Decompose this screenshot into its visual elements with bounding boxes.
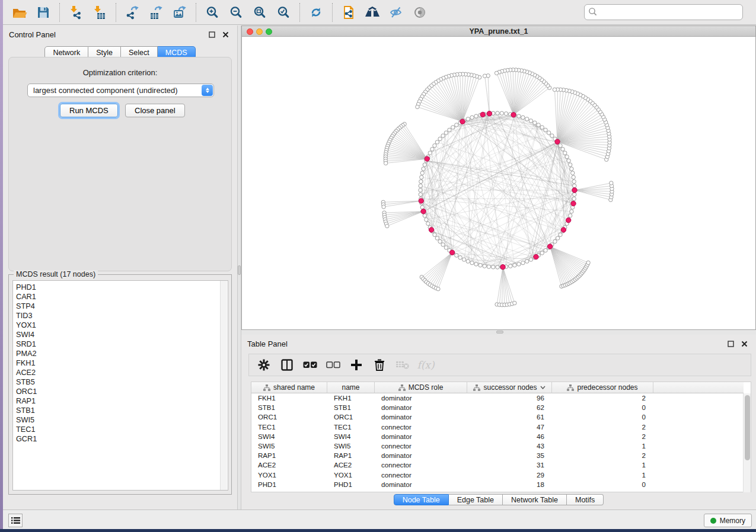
list-item[interactable]: SWI5 bbox=[16, 415, 228, 425]
mcds-result-list[interactable]: PHD1CAR1STP4TID3YOX1SWI4SRD1PMA2FKH1ACE2… bbox=[12, 280, 228, 491]
memory-button[interactable]: Memory bbox=[704, 514, 752, 527]
tab-edge-table[interactable]: Edge Table bbox=[449, 494, 503, 505]
tab-node-table[interactable]: Node Table bbox=[394, 494, 449, 505]
list-item[interactable]: STP4 bbox=[16, 302, 228, 311]
status-bar: Memory bbox=[3, 509, 756, 529]
list-item[interactable]: STB1 bbox=[16, 406, 228, 415]
zoom-in-icon[interactable] bbox=[200, 2, 224, 23]
list-item[interactable]: GCR1 bbox=[16, 434, 228, 444]
table-cell: ACE2 bbox=[251, 460, 327, 470]
table-row[interactable]: STB1STB1dominator620 bbox=[251, 403, 744, 412]
column-header-filler bbox=[653, 382, 744, 393]
table-row[interactable]: ORC1ORC1dominator610 bbox=[251, 412, 744, 422]
table-cell: ORC1 bbox=[327, 412, 375, 422]
float-panel-icon[interactable] bbox=[726, 340, 735, 348]
export-table-icon[interactable] bbox=[144, 2, 168, 23]
close-panel-icon[interactable] bbox=[221, 31, 230, 39]
list-item[interactable]: PMA2 bbox=[16, 349, 228, 358]
task-history-button[interactable] bbox=[8, 514, 23, 527]
export-network-icon[interactable] bbox=[120, 2, 144, 23]
show-columns-icon[interactable] bbox=[278, 356, 296, 374]
horizontal-splitter[interactable] bbox=[241, 330, 756, 335]
network-titlebar[interactable]: YPA_prune.txt_1 bbox=[242, 26, 755, 37]
float-panel-icon[interactable] bbox=[207, 31, 216, 39]
table-row[interactable]: SWI5SWI5connector431 bbox=[251, 441, 744, 451]
list-item[interactable]: PHD1 bbox=[16, 283, 228, 292]
first-neighbors-icon[interactable] bbox=[361, 2, 384, 23]
import-network-icon[interactable] bbox=[64, 2, 88, 23]
add-row-icon[interactable] bbox=[347, 356, 365, 374]
table-row[interactable]: SWI4SWI4dominator462 bbox=[251, 432, 744, 441]
tab-network-table[interactable]: Network Table bbox=[503, 494, 567, 505]
list-item[interactable]: SWI4 bbox=[16, 330, 228, 339]
table-scrollbar[interactable] bbox=[743, 393, 751, 492]
deselect-all-icon[interactable] bbox=[324, 356, 342, 374]
table-row[interactable]: TEC1TEC1connector472 bbox=[251, 422, 744, 432]
list-item[interactable]: ORC1 bbox=[16, 387, 228, 396]
save-session-icon[interactable] bbox=[31, 2, 55, 23]
delete-table-icon[interactable] bbox=[394, 356, 412, 374]
table-row[interactable]: FKH1FKH1dominator962 bbox=[251, 393, 744, 403]
search-icon bbox=[588, 7, 598, 19]
mcds-list-scrollbar[interactable] bbox=[220, 281, 227, 490]
network-title: YPA_prune.txt_1 bbox=[469, 27, 528, 36]
refresh-layout-icon[interactable] bbox=[304, 2, 328, 23]
memory-label: Memory bbox=[720, 517, 745, 525]
window-minimize-icon[interactable] bbox=[256, 28, 263, 35]
table-cell: 1 bbox=[552, 441, 653, 451]
table-cell: TEC1 bbox=[251, 422, 327, 432]
list-item[interactable]: YOX1 bbox=[16, 321, 228, 330]
window-maximize-icon[interactable] bbox=[266, 28, 272, 35]
network-graph[interactable] bbox=[242, 37, 755, 329]
show-graphics-icon[interactable] bbox=[408, 2, 432, 23]
open-session-icon[interactable] bbox=[8, 2, 31, 23]
list-item[interactable]: CAR1 bbox=[16, 292, 228, 302]
zoom-out-icon[interactable] bbox=[224, 2, 248, 23]
criterion-dropdown[interactable]: largest connected component (undirected) bbox=[27, 84, 214, 97]
zoom-selected-icon[interactable] bbox=[272, 2, 295, 23]
column-header-predecessor-nodes[interactable]: predecessor nodes bbox=[552, 382, 653, 393]
table-row[interactable]: YOX1YOX1connector291 bbox=[251, 470, 744, 480]
table-row[interactable]: PHD1PHD1dominator180 bbox=[251, 480, 744, 489]
cytoscape-window: Control Panel NetworkStyleSelectMCDS Opt… bbox=[3, 0, 756, 529]
column-type-icon bbox=[473, 384, 480, 391]
select-all-icon[interactable] bbox=[301, 356, 319, 374]
close-panel-button[interactable]: Close panel bbox=[125, 104, 185, 117]
splitter-grip[interactable] bbox=[238, 265, 241, 275]
import-table-icon[interactable] bbox=[88, 2, 111, 23]
window-close-icon[interactable] bbox=[247, 28, 253, 35]
list-item[interactable]: STB5 bbox=[16, 377, 228, 387]
settings-icon[interactable] bbox=[255, 356, 273, 374]
list-item[interactable]: TID3 bbox=[16, 311, 228, 321]
function-builder-icon[interactable]: f(x) bbox=[417, 356, 435, 374]
column-header-successor-nodes[interactable]: successor nodes bbox=[467, 382, 552, 393]
control-panel: Control Panel NetworkStyleSelectMCDS Opt… bbox=[3, 25, 237, 509]
run-mcds-button[interactable]: Run MCDS bbox=[60, 104, 118, 117]
list-item[interactable]: TEC1 bbox=[16, 425, 228, 434]
hide-graphics-icon[interactable] bbox=[384, 2, 408, 23]
table-row[interactable]: RAP1RAP1dominator352 bbox=[251, 451, 744, 460]
export-image-icon[interactable] bbox=[168, 2, 192, 23]
table-cell: SWI5 bbox=[251, 441, 327, 451]
column-header-name[interactable]: name bbox=[327, 382, 375, 393]
column-header-mcds-role[interactable]: MCDS role bbox=[375, 382, 467, 393]
vertical-splitter[interactable] bbox=[237, 25, 241, 509]
tab-motifs[interactable]: Motifs bbox=[567, 494, 604, 505]
delete-row-icon[interactable] bbox=[371, 356, 388, 374]
network-canvas[interactable] bbox=[242, 37, 755, 329]
table-cell: 47 bbox=[467, 422, 552, 432]
search-input[interactable] bbox=[584, 4, 743, 20]
list-item[interactable]: ACE2 bbox=[16, 368, 228, 377]
list-item[interactable]: RAP1 bbox=[16, 396, 228, 406]
list-item[interactable]: FKH1 bbox=[16, 358, 228, 368]
splitter-grip[interactable] bbox=[496, 331, 503, 334]
scrollbar-thumb[interactable] bbox=[745, 395, 750, 460]
list-item[interactable]: SRD1 bbox=[16, 339, 228, 349]
close-panel-icon[interactable] bbox=[739, 340, 749, 348]
zoom-fit-icon[interactable] bbox=[248, 2, 272, 23]
table-cell: 46 bbox=[467, 432, 552, 441]
share-document-icon[interactable] bbox=[337, 2, 361, 23]
column-header-shared-name[interactable]: shared name bbox=[251, 382, 327, 393]
table-row[interactable]: ACE2ACE2connector311 bbox=[251, 460, 744, 470]
criterion-value: largest connected component (undirected) bbox=[33, 86, 178, 95]
